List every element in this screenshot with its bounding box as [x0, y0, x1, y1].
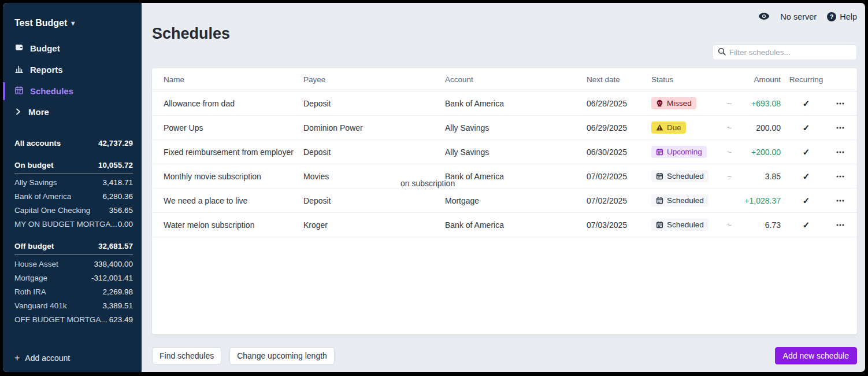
account-item[interactable]: Roth IRA 2,269.98 [14, 285, 133, 298]
schedule-next-date: 07/02/2025 [587, 196, 651, 205]
wallet-icon [14, 43, 24, 54]
sidebar-item-reports[interactable]: Reports [3, 59, 142, 80]
status-label: Missed [667, 99, 692, 108]
server-status-button[interactable]: No server [780, 12, 817, 21]
schedule-payee: Kroger [303, 220, 445, 230]
main-content: No server ? Help Schedules Name Payee Ac… [142, 3, 865, 372]
account-item[interactable]: Bank of America 6,280.36 [14, 190, 133, 204]
account-name: OFF BUDGET MORTGA... [14, 315, 107, 324]
table-row[interactable]: Allowance from dad Deposit Bank of Ameri… [152, 91, 857, 116]
change-upcoming-length-button[interactable]: Change upcoming length [229, 347, 335, 364]
schedule-account: Bank of America [445, 99, 587, 108]
account-item[interactable]: Vanguard 401k 3,389.51 [14, 298, 133, 312]
footer-actions: Find schedules Change upcoming length Ad… [152, 347, 857, 364]
help-label: Help [840, 12, 857, 21]
status-badge: Missed [651, 97, 696, 110]
account-name: Mortgage [14, 274, 47, 282]
account-name: Ally Savings [14, 178, 57, 187]
schedule-amount: 6.73 [738, 220, 781, 230]
schedule-payee: Dominion Power [303, 123, 445, 132]
calendar-icon [656, 172, 663, 180]
off-budget-row[interactable]: Off budget 32,681.57 [14, 239, 133, 256]
add-new-schedule-button[interactable]: Add new schedule [775, 347, 857, 364]
account-item[interactable]: Mortgage -312,001.41 [14, 271, 133, 285]
account-balance: -312,001.41 [91, 274, 133, 282]
on-budget-row[interactable]: On budget 10,055.72 [14, 158, 133, 174]
approx-indicator: ~ [721, 99, 738, 108]
add-account-button[interactable]: + Add account [3, 345, 142, 372]
table-row[interactable]: Power Ups Dominion Power Ally Savings 06… [152, 116, 857, 140]
row-menu-button[interactable] [832, 220, 849, 230]
sidebar-item-more[interactable]: More [3, 102, 142, 122]
account-group-balance: 32,681.57 [98, 242, 133, 250]
status-badge: Scheduled [651, 219, 709, 231]
sidebar-nav: Budget Reports Schedules More [3, 38, 142, 122]
filter-schedules-box [713, 45, 857, 60]
schedule-name: Monthly movie subscription [164, 172, 303, 181]
schedule-account: Ally Savings [445, 148, 587, 157]
table-row[interactable]: We need a place to live Deposit Mortgage… [152, 189, 857, 213]
sidebar-item-budget[interactable]: Budget [3, 38, 142, 59]
row-menu-button[interactable] [832, 148, 849, 157]
account-group-label: All accounts [14, 139, 61, 148]
schedule-name: Allowance from dad [164, 99, 303, 108]
account-group-balance: 42,737.29 [98, 139, 133, 148]
account-item[interactable]: Ally Savings 3,418.71 [14, 176, 133, 190]
account-item[interactable]: MY ON BUDGET MORTGA... 0.00 [14, 218, 133, 231]
sidebar-item-schedules[interactable]: Schedules [3, 80, 142, 102]
column-header-amount: Amount [738, 75, 781, 84]
status-label: Scheduled [667, 172, 704, 180]
budget-switcher[interactable]: Test Budget ▾ [3, 3, 142, 32]
status-label: Due [667, 124, 681, 132]
status-badge: Upcoming [651, 146, 707, 158]
column-header-payee: Payee [303, 75, 445, 84]
status-badge: Scheduled [651, 170, 709, 183]
recurring-check-icon: ✓ [781, 98, 832, 109]
row-menu-button[interactable] [832, 172, 849, 181]
approx-indicator: ~ [721, 148, 738, 157]
top-bar: No server ? Help [152, 3, 857, 23]
schedules-table: Name Payee Account Next date Status Amou… [152, 68, 857, 334]
find-schedules-button[interactable]: Find schedules [152, 347, 221, 364]
sidebar-item-label: Reports [30, 65, 63, 75]
calendar-icon [656, 148, 663, 156]
row-menu-button[interactable] [832, 99, 849, 108]
row-menu-button[interactable] [832, 196, 849, 205]
approx-indicator: ~ [721, 123, 738, 132]
all-accounts-row[interactable]: All accounts 42,737.29 [14, 136, 133, 150]
accounts-list: All accounts 42,737.29 On budget 10,055.… [3, 136, 142, 345]
schedule-name: Water melon subscription [164, 220, 303, 230]
warning-triangle-icon [656, 124, 663, 131]
calendar-icon [656, 221, 663, 228]
status-badge: Due [651, 121, 686, 134]
account-item[interactable]: House Asset 338,400.00 [14, 257, 133, 271]
status-label: Scheduled [667, 197, 704, 205]
filter-schedules-input[interactable] [729, 48, 852, 57]
bar-chart-icon [14, 64, 24, 75]
column-header-next-date: Next date [587, 75, 651, 84]
table-row[interactable]: Monthly movie subscription Movies Bank o… [152, 164, 857, 189]
account-item[interactable]: OFF BUDGET MORTGA... 623.49 [14, 312, 133, 326]
calendar-icon [656, 197, 663, 204]
account-item[interactable]: Capital One Checking 356.65 [14, 204, 133, 218]
account-balance: 3,418.71 [102, 178, 133, 187]
schedule-next-date: 07/02/2025 [587, 172, 651, 181]
recurring-check-icon: ✓ [781, 171, 832, 182]
account-balance: 3,389.51 [102, 301, 133, 310]
schedule-next-date: 06/30/2025 [587, 148, 651, 157]
schedule-name: Fixed reimbursement from employer [164, 148, 303, 157]
privacy-eye-button[interactable] [758, 12, 770, 22]
calendar-icon [14, 86, 24, 97]
schedule-next-date: 07/03/2025 [587, 220, 651, 230]
sidebar-item-label: Budget [30, 43, 60, 53]
schedule-account: Bank of America [445, 172, 587, 181]
schedule-account: Ally Savings [445, 123, 587, 132]
help-button[interactable]: ? Help [827, 12, 857, 21]
table-row[interactable]: Water melon subscription Kroger Bank of … [152, 213, 857, 237]
schedule-account: Mortgage [445, 196, 587, 205]
recurring-check-icon: ✓ [781, 123, 832, 133]
schedule-payee: Deposit [303, 148, 445, 157]
row-menu-button[interactable] [832, 123, 849, 132]
sidebar: Test Budget ▾ Budget Reports Schedule [3, 3, 142, 372]
table-row[interactable]: Fixed reimbursement from employer Deposi… [152, 140, 857, 164]
